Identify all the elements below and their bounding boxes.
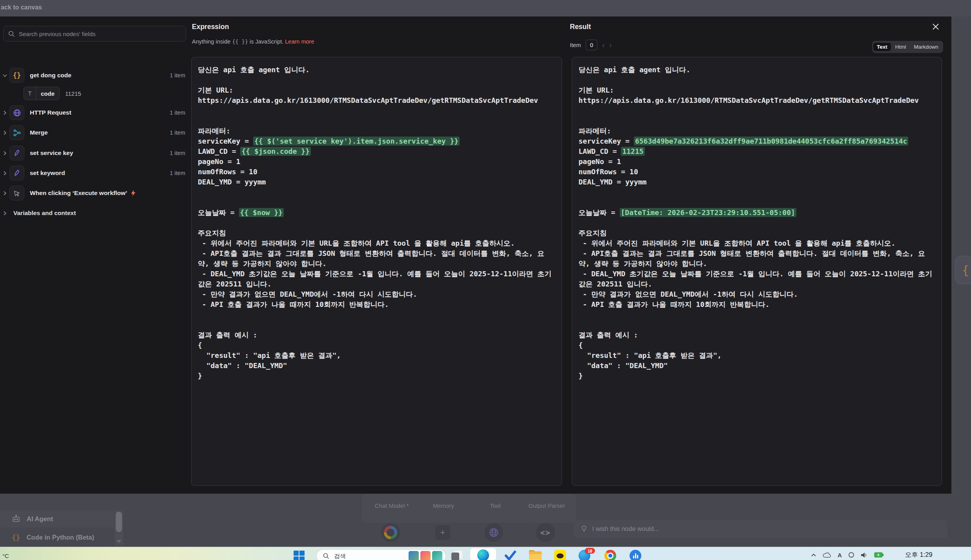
- search-placeholder: Search previous nodes' fields: [19, 31, 95, 37]
- connector-chat-model: Chat Model *: [375, 502, 409, 509]
- subtitle-text2: is JavaScript.: [248, 38, 285, 45]
- http-request-node-icon: [9, 105, 24, 120]
- expression-title: Expression: [192, 23, 229, 31]
- subtitle-code: {{ }}: [232, 38, 248, 45]
- search-highlights-thumbnails[interactable]: [409, 551, 442, 560]
- chevron-right-icon[interactable]: [2, 151, 8, 156]
- taskbar-clock[interactable]: 오후 1:29: [905, 551, 933, 559]
- lightbulb-icon: [581, 525, 587, 533]
- cursor-icon: [9, 186, 24, 201]
- band-app-icon[interactable]: [630, 550, 641, 560]
- robot-icon: [12, 515, 20, 523]
- onedrive-cloud-icon[interactable]: [823, 552, 831, 558]
- start-button[interactable]: [294, 551, 305, 560]
- lightning-icon: [131, 190, 136, 196]
- chrome-icon[interactable]: [604, 550, 616, 560]
- file-explorer-icon[interactable]: [529, 550, 542, 560]
- thumbnail[interactable]: [432, 551, 442, 560]
- result-output: 당신은 api 호출 agent 입니다. 기본 URL: https://ap…: [572, 57, 942, 486]
- prev-item-icon[interactable]: ‹: [602, 42, 604, 49]
- sidebar-item-set-keyword[interactable]: set keyword 1 item: [0, 164, 189, 182]
- expression-subtitle: Anything inside {{ }} is JavaScript. Lea…: [192, 38, 314, 45]
- tray-expand-icon[interactable]: [811, 553, 816, 557]
- result-title: Result: [570, 23, 591, 31]
- chevron-right-icon[interactable]: [2, 171, 8, 176]
- chevron-right-icon[interactable]: [2, 110, 8, 115]
- node-item-count: 1 item: [170, 170, 186, 176]
- speaker-icon[interactable]: [861, 552, 868, 558]
- back-to-canvas-button[interactable]: ack to canvas: [1, 4, 42, 11]
- output-parser-code-icon[interactable]: <>: [536, 523, 555, 542]
- messenger-app-icon[interactable]: 18: [579, 550, 590, 560]
- thumbnail[interactable]: [409, 551, 419, 560]
- item-label: Item: [570, 42, 581, 48]
- chevron-right-icon[interactable]: [2, 191, 8, 196]
- sidebar-item-variables-and-context[interactable]: Variables and context: [0, 204, 189, 222]
- creator-item-code-python[interactable]: {} Code in Python (Beta): [0, 529, 114, 546]
- node-name: When clicking ‘Execute workflow’: [30, 190, 185, 197]
- tab-text[interactable]: Text: [873, 43, 891, 51]
- kakaotalk-icon[interactable]: [554, 550, 566, 560]
- tool-node-globe-icon[interactable]: [484, 523, 503, 542]
- task-view-button[interactable]: [451, 551, 463, 560]
- scrollbar-thumb[interactable]: [116, 512, 122, 532]
- window-titlebar: ack to canvas: [0, 0, 971, 16]
- scrollbar[interactable]: [115, 511, 123, 545]
- chevron-down-icon[interactable]: [2, 73, 8, 78]
- creator-item-ai-agent[interactable]: AI Agent: [0, 510, 114, 527]
- close-icon[interactable]: [931, 22, 940, 31]
- search-input[interactable]: Search previous nodes' fields: [3, 26, 186, 42]
- field-row-code[interactable]: T code 11215: [24, 86, 189, 101]
- sidebar-item-merge[interactable]: Merge 1 item: [0, 124, 189, 141]
- result-output-content: 당신은 api 호출 agent 입니다. 기본 URL: https://ap…: [572, 57, 942, 387]
- tab-html[interactable]: Html: [892, 43, 910, 51]
- node-name: get dong code: [30, 72, 170, 79]
- node-item-count: 1 item: [170, 130, 186, 136]
- node-name: set service key: [30, 150, 170, 157]
- sidebar-item-manual-trigger[interactable]: When clicking ‘Execute workflow’: [0, 184, 189, 202]
- connector-memory: Memory: [433, 502, 454, 509]
- field-chip[interactable]: T code: [24, 87, 60, 100]
- set-node-pencil-icon: [9, 166, 24, 181]
- connector-output-parser: Output Parser: [528, 502, 565, 509]
- expression-editor-content[interactable]: 당신은 api 호출 agent 입니다. 기본 URL: https://ap…: [192, 57, 562, 387]
- scrollbar-down-arrow[interactable]: [117, 540, 121, 543]
- subtitle-text: Anything inside: [192, 38, 232, 45]
- tray-ring-icon[interactable]: [848, 552, 854, 558]
- wish-placeholder: I wish this node would...: [592, 525, 659, 533]
- taskbar-search-label: 검색: [334, 553, 404, 560]
- todo-check-icon[interactable]: [504, 550, 516, 560]
- language-input-icon[interactable]: A: [838, 552, 842, 558]
- expression-editor[interactable]: 당신은 api 호출 agent 입니다. 기본 URL: https://ap…: [191, 57, 562, 486]
- search-icon: [323, 553, 329, 559]
- system-tray: A: [811, 549, 883, 560]
- thumbnail[interactable]: [420, 551, 431, 560]
- notification-badge: 18: [585, 548, 595, 554]
- tab-markdown[interactable]: Markdown: [911, 43, 942, 51]
- weather-widget[interactable]: °C: [2, 553, 9, 559]
- chat-model-node-google-icon[interactable]: [381, 523, 400, 542]
- curly-braces-icon: {}: [12, 533, 20, 542]
- wish-input[interactable]: I wish this node would...: [574, 520, 947, 538]
- result-view-switcher: Text Html Markdown: [872, 41, 943, 53]
- taskbar-search[interactable]: 검색: [316, 549, 446, 560]
- chevron-right-icon[interactable]: [2, 130, 8, 135]
- chevron-right-icon[interactable]: [2, 211, 8, 216]
- canvas-right-strip: {: [951, 16, 971, 494]
- node-item-count: 1 item: [170, 72, 186, 78]
- learn-more-link[interactable]: Learn more: [285, 38, 314, 45]
- next-item-icon[interactable]: ›: [609, 42, 611, 49]
- json-brace-button[interactable]: {: [955, 256, 971, 284]
- previous-nodes-list: {} get dong code 1 item T code 11215: [0, 60, 189, 222]
- battery-charging-icon[interactable]: [874, 552, 883, 558]
- item-index-input[interactable]: 0: [586, 40, 597, 50]
- sidebar-item-set-service-key[interactable]: set service key 1 item: [0, 144, 189, 162]
- field-key: code: [36, 87, 59, 100]
- taskbar: °C 검색 18: [0, 547, 971, 560]
- edge-browser-icon[interactable]: [477, 549, 489, 560]
- canvas-bottom: AI Agent {} Code in Python (Beta) Chat M…: [0, 494, 971, 547]
- result-item-navigator: Item 0 ‹ ›: [570, 40, 611, 50]
- sidebar-item-get-dong-code[interactable]: {} get dong code 1 item: [0, 67, 189, 84]
- add-memory-button[interactable]: +: [435, 525, 450, 540]
- sidebar-item-http-request[interactable]: HTTP Request 1 item: [0, 104, 189, 121]
